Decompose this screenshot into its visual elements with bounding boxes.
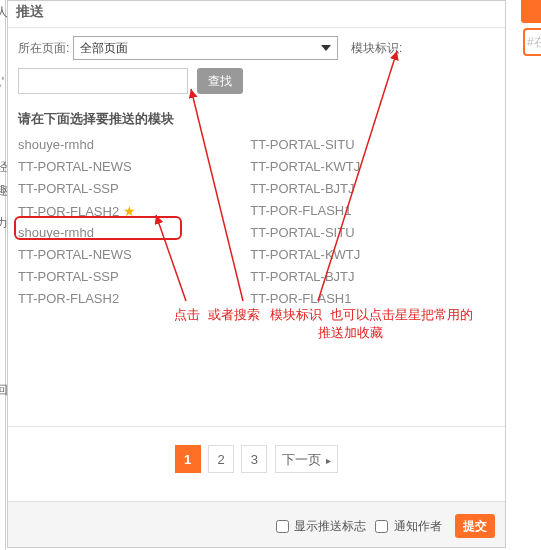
page-label: 所在页面: [18,40,69,57]
module-item[interactable]: TT-PORTAL-SITU [250,134,479,156]
sliver-char: 力 [0,215,5,232]
module-columns: shouye-rmhd TT-PORTAL-NEWS TT-PORTAL-SSP… [8,132,505,312]
right-tag-input[interactable]: #在 [523,28,541,56]
pagination: 1 2 3 下一页 ▸ [8,426,505,473]
module-item[interactable]: TT-PORTAL-NEWS [18,156,247,178]
right-orange-block [521,0,541,23]
module-item[interactable]: TT-PORTAL-SITU [250,222,479,244]
page-select-value: 全部页面 [80,41,128,55]
module-item[interactable]: TT-PORTAL-BJTJ [250,266,479,288]
show-push-flag-label: 显示推送标志 [294,519,366,533]
chevron-down-icon [321,45,331,51]
module-col-left: shouye-rmhd TT-PORTAL-NEWS TT-PORTAL-SSP… [18,134,247,310]
module-item-highlighted[interactable]: TT-POR-FLASH2★ [18,200,247,222]
sliver-char: ',' [0,75,5,89]
module-item[interactable]: TT-PORTAL-KWTJ [250,244,479,266]
search-row: 查找 [8,60,505,94]
sliver-char: 人 [0,4,5,21]
notify-author-checkbox[interactable] [375,520,388,533]
module-item[interactable]: TT-PORTAL-BJTJ [250,178,479,200]
show-push-flag-checkbox[interactable] [276,520,289,533]
page-next[interactable]: 下一页 ▸ [275,445,339,473]
module-col-right: TT-PORTAL-SITU TT-PORTAL-KWTJ TT-PORTAL-… [250,134,479,310]
sliver-char: 经 [0,159,5,176]
module-item[interactable]: shouye-rmhd [18,222,247,244]
module-item[interactable]: TT-POR-FLASH1 [250,288,479,310]
dialog-footer: 显示推送标志 通知作者 提交 [8,501,505,547]
module-item[interactable]: TT-POR-FLASH2 [18,288,247,310]
left-sliver: 人 ',' 经 趣 力 回 [0,0,6,550]
page-1[interactable]: 1 [175,445,201,473]
push-dialog: 推送 所在页面: 全部页面 模块标识: 查找 请在下面选择要推送的模块 shou… [7,0,506,548]
module-item[interactable]: TT-PORTAL-SSP [18,178,247,200]
page-next-label: 下一页 [282,452,321,467]
module-search-input[interactable] [18,68,188,94]
annotation-text-2: 推送加收藏 [318,324,383,342]
sliver-char: 回 [0,382,5,399]
submit-button[interactable]: 提交 [455,514,495,538]
notify-author-label: 通知作者 [394,519,442,533]
module-item[interactable]: shouye-rmhd [18,134,247,156]
star-icon[interactable]: ★ [123,203,136,219]
select-instruction: 请在下面选择要推送的模块 [8,94,505,132]
module-id-label: 模块标识: [351,40,402,57]
module-item[interactable]: TT-PORTAL-SSP [18,266,247,288]
dialog-title: 推送 [8,1,505,28]
page-select[interactable]: 全部页面 [73,36,338,60]
sliver-char: 趣 [0,182,5,199]
module-item-label: TT-POR-FLASH2 [18,204,119,219]
module-item[interactable]: TT-PORTAL-NEWS [18,244,247,266]
page-row: 所在页面: 全部页面 模块标识: [8,28,505,60]
search-button[interactable]: 查找 [197,68,243,94]
page-2[interactable]: 2 [208,445,234,473]
module-item[interactable]: TT-POR-FLASH1 [250,200,479,222]
page-3[interactable]: 3 [241,445,267,473]
module-item[interactable]: TT-PORTAL-KWTJ [250,156,479,178]
chevron-right-icon: ▸ [326,455,331,466]
